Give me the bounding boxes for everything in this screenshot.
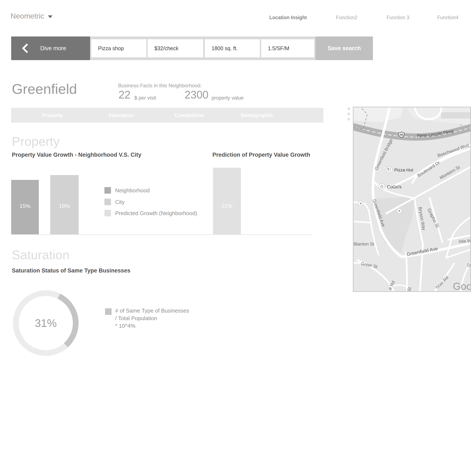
saturation-legend-line2: / Total Population bbox=[115, 314, 189, 322]
donut-center-value: 31% bbox=[13, 290, 79, 356]
brand-menu[interactable]: Neometric bbox=[11, 12, 52, 20]
save-search-button[interactable]: Save search bbox=[315, 36, 373, 60]
legend-swatch-predicted bbox=[105, 210, 111, 216]
bar-city-18: 18% bbox=[50, 175, 79, 234]
poi-label-pizza-hut: Pizza Hut bbox=[394, 168, 413, 172]
section-tabbar: Property Saturation Competition Demograp… bbox=[11, 108, 323, 122]
nav-item-function2[interactable]: Function2 bbox=[336, 15, 357, 20]
poi-pizza-hut[interactable]: Pizza Hut bbox=[386, 167, 413, 173]
property-section-heading: Property bbox=[12, 134, 60, 149]
poi-circle bbox=[386, 167, 392, 173]
left-arrow-icon: ← bbox=[459, 121, 464, 127]
avg-check-field[interactable] bbox=[148, 39, 203, 57]
street-label-iola-way: Iola W bbox=[459, 238, 471, 244]
legend-label-predicted: Predicted Growth (Neighborhood) bbox=[115, 210, 197, 217]
bar-value-label: 21% bbox=[213, 203, 241, 209]
poi-marker[interactable] bbox=[358, 201, 363, 206]
chart-baseline bbox=[11, 234, 313, 235]
chevron-down-icon bbox=[48, 15, 52, 18]
legend-swatch-city bbox=[105, 199, 111, 205]
shield-number: 30 bbox=[400, 133, 403, 136]
rent-rate-field[interactable] bbox=[261, 39, 314, 57]
saturation-legend-line1: # of Same Type of Businesses bbox=[115, 307, 189, 314]
tab-competition[interactable]: Competition bbox=[175, 112, 204, 118]
map-building bbox=[441, 112, 471, 119]
saturation-chart-title: Saturation Status of Same Type Businesse… bbox=[12, 267, 130, 274]
dive-more-label: Dive more bbox=[40, 45, 66, 52]
street-label-blanton-st: Blanton St bbox=[354, 241, 374, 246]
fact-per-visit-value: 22 bbox=[119, 89, 131, 101]
fact-property-value: 2300 bbox=[185, 89, 209, 101]
legend-label-city: City bbox=[115, 199, 125, 205]
saturation-legend-label: # of Same Type of Businesses / Total Pop… bbox=[115, 307, 189, 330]
back-dive-more-button[interactable]: Dive more bbox=[11, 36, 90, 60]
legend-swatch-neighborhood bbox=[105, 187, 111, 194]
page: Neometric Location Insight Function2 Fun… bbox=[0, 0, 471, 476]
square-marker-icon bbox=[399, 210, 400, 212]
saturation-section-heading: Saturation bbox=[12, 248, 70, 262]
poi-label-cogos: CoGo's bbox=[387, 184, 401, 189]
chart2-title: Prediction of Property Value Growth bbox=[212, 152, 310, 158]
nav-item-function4[interactable]: Function4 bbox=[437, 15, 459, 20]
scroll-dot-1[interactable] bbox=[348, 107, 350, 110]
fact-per-visit-label: $ per visit bbox=[134, 95, 156, 101]
fact-property-label: property value bbox=[211, 95, 244, 101]
tab-saturation[interactable]: Saturation bbox=[108, 112, 134, 118]
nav-item-function3[interactable]: Function 3 bbox=[387, 15, 409, 20]
poi-marker[interactable] bbox=[397, 209, 402, 213]
chart1-title: Property Value Growth - Neighborhood V.S… bbox=[12, 152, 141, 158]
poi-circle bbox=[379, 184, 385, 190]
square-marker-icon bbox=[360, 203, 362, 204]
facts-heading: Business Facts in this Neighborhood: bbox=[118, 83, 202, 89]
poi-cogos[interactable]: CoGo's bbox=[379, 184, 401, 190]
tab-demographic[interactable]: Demographic bbox=[241, 112, 273, 118]
brand-name: Neometric bbox=[11, 12, 44, 20]
bar-value-label: 18% bbox=[50, 203, 79, 209]
page-title-neighborhood: Greenfield bbox=[12, 81, 77, 97]
google-logo: Goog bbox=[453, 281, 471, 292]
scroll-dot-2[interactable] bbox=[348, 113, 350, 115]
bar-value-label: 15% bbox=[11, 203, 39, 209]
business-type-field[interactable] bbox=[91, 39, 146, 57]
saturation-legend-line3: * 10^4% bbox=[115, 322, 189, 330]
scroll-dot-3[interactable] bbox=[348, 118, 350, 121]
road-st bbox=[406, 253, 407, 292]
search-bar: Dive more Save search bbox=[11, 36, 373, 60]
store-area-field[interactable] bbox=[205, 39, 260, 57]
chevron-left-icon bbox=[22, 43, 32, 53]
saturation-legend-swatch bbox=[105, 308, 112, 315]
map-canvas: 30 Penn Lincoln Pkwy Greenfield Bridge B… bbox=[353, 107, 471, 292]
bar-neighborhood-15: 15% bbox=[11, 180, 39, 234]
bar-predicted-21: 21% bbox=[213, 168, 241, 234]
nav-item-location-insight[interactable]: Location Insight bbox=[269, 15, 307, 20]
tab-property[interactable]: Property bbox=[42, 112, 63, 118]
legend-label-neighborhood: Neighborhood bbox=[115, 187, 150, 194]
map-view[interactable]: 30 Penn Lincoln Pkwy Greenfield Bridge B… bbox=[353, 107, 471, 292]
